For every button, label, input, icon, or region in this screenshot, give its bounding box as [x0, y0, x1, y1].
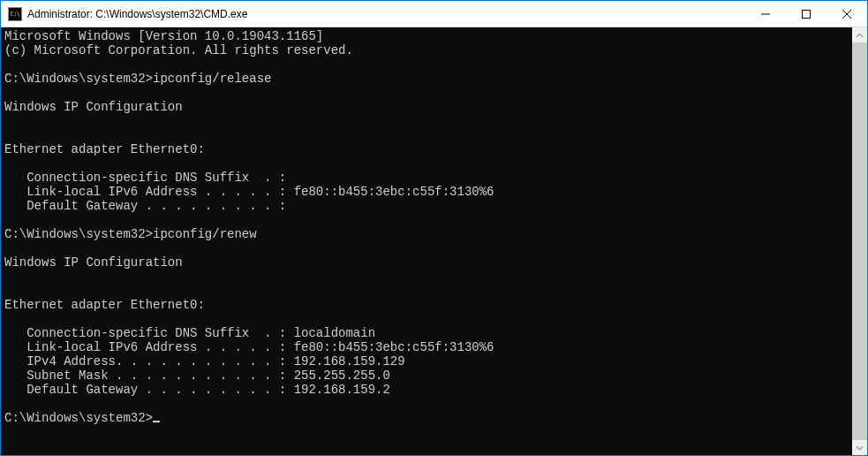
terminal-line: Microsoft Windows [Version 10.0.19043.11…	[4, 29, 323, 43]
close-button[interactable]	[826, 1, 867, 27]
terminal-line: (c) Microsoft Corporation. All rights re…	[4, 43, 353, 57]
minimize-button[interactable]	[745, 1, 786, 27]
client-area: Microsoft Windows [Version 10.0.19043.11…	[1, 27, 867, 455]
terminal-line: Ethernet adapter Ethernet0:	[4, 298, 205, 312]
terminal-output[interactable]: Microsoft Windows [Version 10.0.19043.11…	[1, 27, 852, 455]
cursor	[153, 421, 160, 422]
terminal-line: IPv4 Address. . . . . . . . . . . : 192.…	[4, 354, 405, 369]
cmd-window: C:\ Administrator: C:\Windows\system32\C…	[0, 0, 868, 456]
terminal-line: Windows IP Configuration	[4, 255, 183, 270]
svg-rect-1	[803, 10, 811, 18]
scroll-track[interactable]	[852, 42, 867, 440]
terminal-line: Link-local IPv6 Address . . . . . : fe80…	[4, 185, 494, 199]
terminal-line: C:\Windows\system32>ipconfig/renew	[4, 227, 257, 241]
close-icon	[842, 10, 851, 19]
terminal-line: Ethernet adapter Ethernet0:	[4, 142, 205, 156]
scroll-down-button[interactable]	[852, 440, 867, 455]
terminal-line: Connection-specific DNS Suffix . :	[4, 171, 286, 185]
titlebar[interactable]: C:\ Administrator: C:\Windows\system32\C…	[1, 1, 867, 27]
chevron-up-icon	[857, 34, 863, 37]
terminal-line: Default Gateway . . . . . . . . . : 192.…	[4, 383, 390, 397]
window-controls	[745, 1, 867, 27]
maximize-icon	[802, 10, 811, 19]
terminal-line: Default Gateway . . . . . . . . . :	[4, 199, 286, 213]
minimize-icon	[761, 10, 770, 19]
chevron-down-icon	[857, 446, 863, 450]
maximize-button[interactable]	[786, 1, 826, 27]
window-title: Administrator: C:\Windows\system32\CMD.e…	[27, 8, 745, 20]
cmd-icon: C:\	[8, 7, 22, 21]
scrollbar-vertical[interactable]	[852, 27, 867, 455]
terminal-line: Windows IP Configuration	[4, 100, 183, 114]
terminal-line: Subnet Mask . . . . . . . . . . . : 255.…	[4, 369, 390, 383]
terminal-line: Connection-specific DNS Suffix . : local…	[4, 326, 375, 340]
scroll-up-button[interactable]	[852, 27, 867, 42]
terminal-line: Link-local IPv6 Address . . . . . : fe80…	[4, 340, 494, 354]
scroll-thumb[interactable]	[852, 42, 867, 440]
terminal-line: C:\Windows\system32>ipconfig/release	[4, 72, 271, 86]
terminal-line: C:\Windows\system32>	[4, 411, 153, 425]
